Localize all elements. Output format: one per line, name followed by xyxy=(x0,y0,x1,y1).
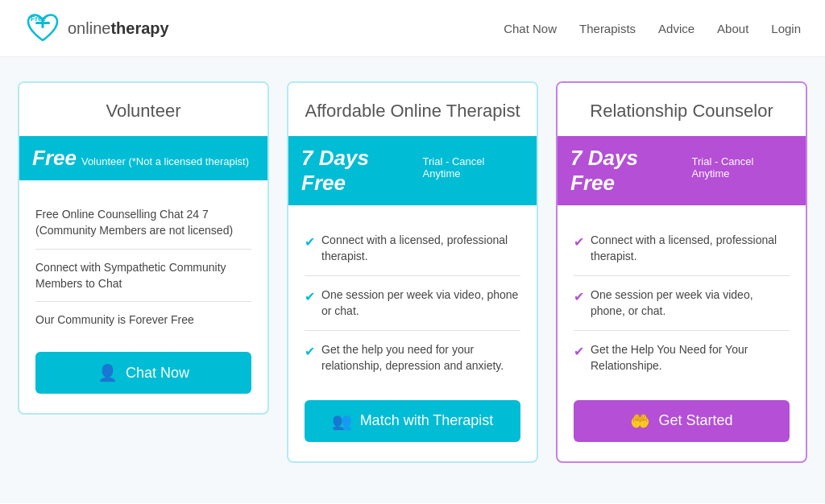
volunteer-banner-subtitle: Volunteer (*Not a licensed therapist) xyxy=(81,155,249,167)
chat-now-button[interactable]: 👤 Chat Now xyxy=(35,352,251,394)
counselor-banner: 7 Days Free Trial - Cancel Anytime xyxy=(558,136,806,205)
counselor-banner-subtitle: Trial - Cancel Anytime xyxy=(692,155,793,180)
counselor-banner-free: 7 Days Free xyxy=(570,146,687,196)
therapist-banner-subtitle: Trial - Cancel Anytime xyxy=(423,155,524,180)
counselor-card: Relationship Counselor 7 Days Free Trial… xyxy=(556,81,807,463)
nav-about[interactable]: About xyxy=(717,22,748,35)
therapist-feature-2: ✔ One session per week via video, phone … xyxy=(305,276,520,331)
counselor-card-title: Relationship Counselor xyxy=(558,83,806,136)
chat-now-label: Chat Now xyxy=(126,365,189,382)
get-started-button[interactable]: 🤲 Get Started xyxy=(574,400,790,442)
main-nav: Chat Now Therapists Advice About Login xyxy=(504,22,801,35)
therapist-card-title: Affordable Online Therapist xyxy=(288,83,537,136)
logo-text: onlinetherapy xyxy=(68,19,169,38)
therapist-card-body: ✔ Connect with a licensed, professional … xyxy=(288,205,537,461)
counselor-card-body: ✔ Connect with a licensed, professional … xyxy=(558,205,806,461)
therapist-banner: 7 Days Free Trial - Cancel Anytime xyxy=(288,136,537,205)
nav-login[interactable]: Login xyxy=(771,22,801,35)
check-icon-purple-1: ✔ xyxy=(574,233,584,264)
group-icon: 👥 xyxy=(332,411,352,431)
match-therapist-label: Match with Therapist xyxy=(360,412,494,429)
volunteer-feature-1: Free Online Counselling Chat 24 7 (Commu… xyxy=(35,196,251,250)
cards-container: Volunteer Free Volunteer (*Not a license… xyxy=(18,81,807,463)
volunteer-banner: Free Volunteer (*Not a licensed therapis… xyxy=(19,136,267,180)
therapist-card: Affordable Online Therapist 7 Days Free … xyxy=(287,81,538,463)
check-icon-1: ✔ xyxy=(305,233,315,264)
volunteer-feature-3: Our Community is Forever Free xyxy=(35,302,251,337)
therapist-feature-3: ✔ Get the help you need for your relatio… xyxy=(305,331,520,385)
volunteer-feature-2: Connect with Sympathetic Community Membe… xyxy=(35,250,251,303)
site-header: Free onlinetherapy Chat Now Therapists A… xyxy=(0,0,825,57)
nav-therapists[interactable]: Therapists xyxy=(579,22,636,35)
logo-icon: Free xyxy=(24,10,61,47)
nav-advice[interactable]: Advice xyxy=(658,22,694,35)
therapist-feature-1: ✔ Connect with a licensed, professional … xyxy=(305,221,520,276)
check-icon-3: ✔ xyxy=(305,343,315,374)
counselor-feature-1: ✔ Connect with a licensed, professional … xyxy=(574,221,790,276)
volunteer-card: Volunteer Free Volunteer (*Not a license… xyxy=(18,81,269,415)
svg-text:Free: Free xyxy=(31,14,46,23)
counselor-feature-2: ✔ One session per week via video, phone,… xyxy=(574,276,790,331)
nav-chat-now[interactable]: Chat Now xyxy=(504,22,557,35)
volunteer-banner-free: Free xyxy=(32,146,77,171)
check-icon-2: ✔ xyxy=(305,288,315,319)
volunteer-card-body: Free Online Counselling Chat 24 7 (Commu… xyxy=(19,180,267,413)
logo: Free onlinetherapy xyxy=(24,10,169,47)
therapist-banner-free: 7 Days Free xyxy=(301,146,418,196)
person-icon: 👤 xyxy=(97,363,118,382)
main-content: Volunteer Free Volunteer (*Not a license… xyxy=(0,57,825,503)
volunteer-card-title: Volunteer xyxy=(19,83,267,136)
hands-icon: 🤲 xyxy=(630,411,650,431)
check-icon-purple-2: ✔ xyxy=(574,288,584,319)
match-therapist-button[interactable]: 👥 Match with Therapist xyxy=(305,400,520,442)
get-started-label: Get Started xyxy=(658,412,732,429)
counselor-feature-3: ✔ Get the Help You Need for Your Relatio… xyxy=(574,331,790,385)
check-icon-purple-3: ✔ xyxy=(574,343,584,374)
